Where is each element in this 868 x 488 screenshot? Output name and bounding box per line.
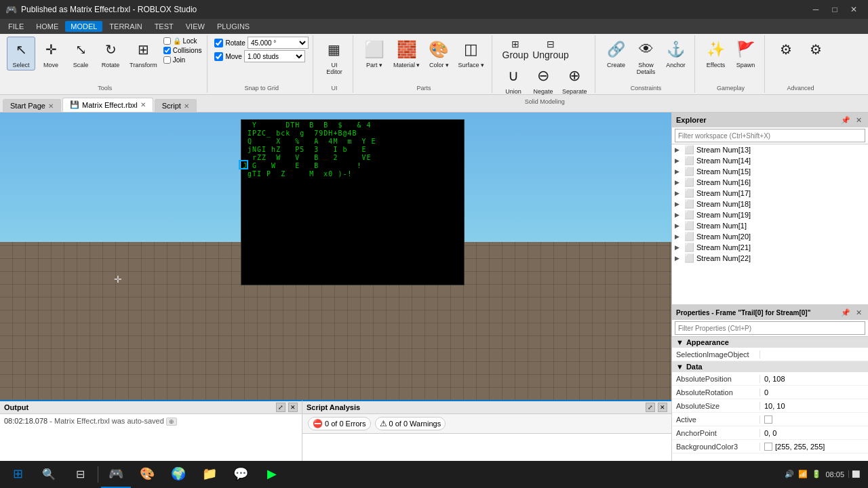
tab-matrix-label: Matrix Effect.rbxl: [82, 101, 138, 109]
advanced-btn2[interactable]: ⚙: [802, 37, 830, 62]
material-button[interactable]: 🧱 Material ▾: [390, 37, 424, 70]
properties-pin-button[interactable]: 📌: [840, 307, 851, 318]
tab-matrix-effect[interactable]: 💾 Matrix Effect.rbxl ✕: [62, 98, 153, 112]
tree-item-stream16[interactable]: ▶ ⬜ Stream Num[16]: [672, 177, 868, 188]
union-button[interactable]: ∪ Union: [499, 63, 528, 97]
prop-active-checkbox[interactable]: [764, 415, 772, 424]
color-button[interactable]: 🎨 Color ▾: [425, 37, 453, 70]
tree-item-stream22[interactable]: ▶ ⬜ Stream Num[22]: [672, 253, 868, 264]
explorer-close-button[interactable]: ✕: [853, 115, 864, 125]
tree-item-stream1[interactable]: ▶ ⬜ Stream Num[1]: [672, 220, 868, 231]
script-analysis-header-buttons: ⤢ ✕: [646, 403, 667, 412]
scale-button[interactable]: ⤡ Scale: [66, 37, 95, 70]
taskbar-app-photoshop[interactable]: 🎨: [132, 461, 162, 488]
prop-background-color-value[interactable]: [255, 255, 255]: [760, 443, 868, 451]
taskbar-app-files[interactable]: 📁: [195, 461, 224, 488]
tab-script-close[interactable]: ✕: [184, 102, 189, 110]
tree-item-stream20[interactable]: ▶ ⬜ Stream Num[20]: [672, 231, 868, 242]
systray-battery: 🔋: [812, 470, 821, 479]
create-button[interactable]: 🔗 Create: [602, 37, 631, 70]
tree-item-stream13[interactable]: ▶ ⬜ Stream Num[13]: [672, 144, 868, 155]
rotate-button[interactable]: ↻ Rotate: [96, 37, 125, 70]
background-color-swatch[interactable]: [764, 443, 772, 451]
menu-test[interactable]: TEST: [149, 21, 179, 32]
menu-plugins[interactable]: PLUGINS: [212, 21, 255, 32]
taskbar-task-view[interactable]: ⊟: [65, 461, 95, 488]
tree-item-stream21[interactable]: ▶ ⬜ Stream Num[21]: [672, 242, 868, 253]
show-desktop-button[interactable]: ⬜: [848, 470, 860, 478]
taskbar-app-discord[interactable]: 💬: [226, 461, 256, 488]
effects-button[interactable]: ✨ Effects: [702, 37, 730, 70]
advanced-btn1[interactable]: ⚙: [772, 37, 800, 62]
menu-model[interactable]: MODEL: [65, 21, 102, 32]
properties-close-button[interactable]: ✕: [853, 307, 864, 318]
move-button[interactable]: ✛ Move: [37, 37, 65, 70]
prop-absolute-rotation-value[interactable]: 0: [760, 388, 868, 396]
menu-file[interactable]: FILE: [3, 21, 29, 32]
transform-button[interactable]: ⊞ Transform: [126, 37, 161, 70]
script-analysis-close-button[interactable]: ✕: [658, 403, 667, 412]
prop-absolute-size-value[interactable]: 10, 10: [760, 402, 868, 410]
lock-check[interactable]: 🔒 Lock: [162, 37, 203, 45]
explorer-pin-button[interactable]: 📌: [840, 115, 851, 125]
tab-matrix-close[interactable]: ✕: [140, 101, 146, 108]
negate-button[interactable]: ⊖ Negate: [529, 63, 557, 97]
taskbar-app-browser[interactable]: 🌍: [163, 461, 193, 488]
rotate-snap-label: Rotate: [225, 39, 245, 47]
separate-button[interactable]: ⊕ Separate: [559, 63, 591, 97]
select-button[interactable]: ↖ Select: [7, 37, 35, 70]
systray-network[interactable]: 📶: [798, 470, 808, 479]
collisions-checkbox[interactable]: [163, 47, 171, 54]
tree-item-stream19[interactable]: ▶ ⬜ Stream Num[19]: [672, 209, 868, 220]
rotate-snap-checkbox[interactable]: [214, 39, 223, 47]
taskbar-search[interactable]: 🔍: [34, 461, 64, 488]
prop-anchor-point-value[interactable]: 0, 0: [760, 429, 868, 437]
start-button[interactable]: ⊞: [3, 461, 33, 488]
systray-sound[interactable]: 🔊: [785, 470, 794, 479]
surface-button[interactable]: ◫ Surface ▾: [454, 37, 488, 70]
close-button[interactable]: ✕: [845, 3, 863, 16]
part-button[interactable]: ⬜ Part ▾: [360, 37, 389, 70]
taskbar-app-roblox[interactable]: 🎮: [101, 461, 131, 488]
menu-home[interactable]: HOME: [31, 21, 64, 32]
solid-controls: ⊞ Group ⊟ Ungroup ∪ Union ⊖ Negate ⊕ Sep…: [499, 37, 591, 97]
rotate-snap-select[interactable]: 45.000 °: [248, 37, 309, 49]
move-label: Move: [43, 62, 58, 68]
menu-terrain[interactable]: TERRAIN: [104, 21, 147, 32]
prop-absolute-position-value[interactable]: 0, 108: [760, 375, 868, 383]
move-snap-select[interactable]: 1.00 studs: [244, 50, 305, 62]
script-analysis-maximize-button[interactable]: ⤢: [646, 403, 655, 412]
tab-start-page[interactable]: Start Page ✕: [3, 99, 61, 112]
minimize-button[interactable]: ─: [807, 3, 825, 16]
ui-editor-button[interactable]: ▦ UIEditor: [320, 37, 349, 77]
prop-active-value[interactable]: [760, 415, 868, 424]
tree-item-stream17[interactable]: ▶ ⬜ Stream Num[17]: [672, 188, 868, 199]
tree-item-stream18[interactable]: ▶ ⬜ Stream Num[18]: [672, 199, 868, 209]
show-details-button[interactable]: 👁 ShowDetails: [632, 37, 660, 77]
join-checkbox[interactable]: [163, 56, 171, 64]
maximize-button[interactable]: □: [826, 3, 844, 16]
collisions-check[interactable]: Collisions: [162, 46, 203, 55]
tab-start-page-close[interactable]: ✕: [48, 102, 54, 110]
output-maximize-button[interactable]: ⤢: [276, 403, 285, 412]
output-close-button[interactable]: ✕: [288, 403, 298, 412]
tab-script[interactable]: Script ✕: [155, 99, 197, 112]
join-check[interactable]: Join: [162, 56, 203, 64]
gameplay-label: Gameplay: [717, 83, 745, 92]
explorer-filter-input[interactable]: [675, 129, 865, 142]
taskbar-app-runner[interactable]: ▶: [257, 461, 287, 488]
move-snap-checkbox[interactable]: [214, 52, 223, 61]
viewport-canvas[interactable]: Y DTH B B $ & 4 IPZC_ bck g 79DH+B@4B Q …: [0, 113, 671, 400]
appearance-section-header[interactable]: ▼ Appearance: [672, 337, 868, 348]
menu-view[interactable]: VIEW: [180, 21, 210, 32]
anchor-button[interactable]: ⚓ Anchor: [662, 37, 690, 70]
lock-checkbox[interactable]: [163, 37, 171, 45]
data-section-header[interactable]: ▼ Data: [672, 361, 868, 372]
tree-item-stream14[interactable]: ▶ ⬜ Stream Num[14]: [672, 155, 868, 166]
ungroup-button[interactable]: ⊟ Ungroup: [533, 37, 568, 62]
properties-filter-input[interactable]: [675, 321, 865, 335]
group-button[interactable]: ⊞ Group: [499, 37, 532, 62]
tree-item-stream15[interactable]: ▶ ⬜ Stream Num[15]: [672, 166, 868, 177]
spawn-button[interactable]: 🚩 Spawn: [732, 37, 760, 70]
part-label: Part ▾: [366, 62, 382, 68]
